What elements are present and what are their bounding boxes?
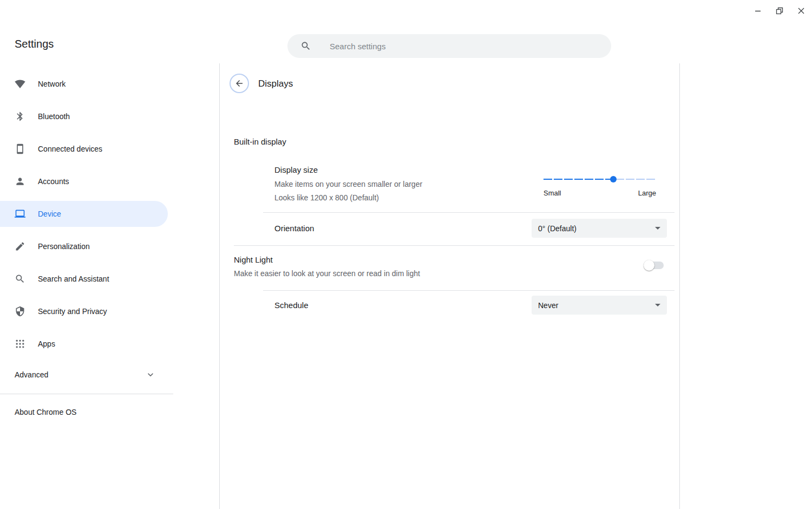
sidebar-item-label: Apps xyxy=(38,340,55,348)
slider-min-label: Small xyxy=(543,189,561,197)
divider xyxy=(263,212,675,213)
search-icon xyxy=(300,41,311,51)
restore-button[interactable] xyxy=(772,3,787,18)
schedule-dropdown[interactable]: Never xyxy=(532,296,667,315)
night-light-label: Night Light xyxy=(234,255,273,265)
sidebar-item-search-assistant[interactable]: Search and Assistant xyxy=(0,266,168,292)
advanced-label: Advanced xyxy=(15,370,48,379)
dropdown-caret-icon xyxy=(655,227,660,230)
toggle-thumb xyxy=(644,260,654,271)
back-arrow-icon xyxy=(234,79,244,88)
chevron-down-icon xyxy=(145,369,156,380)
sidebar-item-device[interactable]: Device xyxy=(0,201,168,227)
sidebar: Network Bluetooth Connected devices Acco… xyxy=(0,71,173,363)
app-title: Settings xyxy=(15,38,54,50)
settings-content: Displays Built-in display Display size M… xyxy=(219,63,680,509)
smartphone-icon xyxy=(15,143,25,154)
search-input[interactable] xyxy=(330,42,590,51)
display-size-slider[interactable] xyxy=(543,175,656,183)
dropdown-caret-icon xyxy=(655,304,660,306)
sidebar-item-security-privacy[interactable]: Security and Privacy xyxy=(0,298,168,324)
sidebar-item-label: Connected devices xyxy=(38,145,102,153)
sidebar-item-label: Accounts xyxy=(38,177,69,186)
display-size-slider-thumb[interactable] xyxy=(610,176,617,182)
pen-icon xyxy=(15,241,25,252)
sidebar-item-label: Personalization xyxy=(38,242,90,251)
sidebar-item-label: Search and Assistant xyxy=(38,275,109,283)
page-title: Displays xyxy=(258,78,293,90)
sidebar-item-personalization[interactable]: Personalization xyxy=(0,233,168,259)
orientation-value: 0° (Default) xyxy=(538,224,577,233)
display-size-slider-fill xyxy=(543,179,613,180)
sidebar-item-label: Network xyxy=(38,80,66,88)
window-controls xyxy=(750,3,809,18)
orientation-label: Orientation xyxy=(274,224,314,233)
sidebar-item-accounts[interactable]: Accounts xyxy=(0,168,168,194)
shield-icon xyxy=(15,306,25,317)
minimize-button[interactable] xyxy=(750,3,765,18)
night-light-description: Make it easier to look at your screen or… xyxy=(234,269,420,278)
restore-icon xyxy=(776,7,783,15)
section-title: Built-in display xyxy=(234,137,286,147)
person-icon xyxy=(15,176,25,187)
apps-grid-icon xyxy=(15,338,25,349)
divider xyxy=(263,290,675,291)
about-label: About Chrome OS xyxy=(15,408,76,416)
display-size-description: Make items on your screen smaller or lar… xyxy=(274,179,422,189)
sidebar-item-label: Bluetooth xyxy=(38,112,70,121)
schedule-value: Never xyxy=(538,301,558,310)
slider-labels: Small Large xyxy=(543,189,656,197)
sidebar-item-about-chrome-os[interactable]: About Chrome OS xyxy=(15,404,76,420)
sidebar-item-label: Security and Privacy xyxy=(38,307,107,316)
display-size-detail: Looks like 1200 x 800 (Default) xyxy=(274,193,379,203)
orientation-dropdown[interactable]: 0° (Default) xyxy=(532,219,667,238)
divider xyxy=(234,245,675,246)
slider-max-label: Large xyxy=(638,189,656,197)
sidebar-advanced-toggle[interactable]: Advanced xyxy=(0,362,168,388)
laptop-icon xyxy=(15,208,25,219)
sidebar-item-apps[interactable]: Apps xyxy=(0,331,168,357)
minimize-icon xyxy=(754,7,762,15)
back-button[interactable] xyxy=(230,74,249,93)
schedule-label: Schedule xyxy=(274,301,309,310)
close-icon xyxy=(797,7,805,15)
bluetooth-icon xyxy=(15,111,25,122)
search-bar[interactable] xyxy=(287,34,611,58)
sidebar-item-label: Device xyxy=(38,210,61,218)
sidebar-item-network[interactable]: Network xyxy=(0,71,168,97)
search-icon xyxy=(15,273,25,284)
sidebar-item-bluetooth[interactable]: Bluetooth xyxy=(0,103,168,129)
wifi-icon xyxy=(15,79,25,89)
sidebar-item-connected-devices[interactable]: Connected devices xyxy=(0,136,168,162)
close-button[interactable] xyxy=(794,3,809,18)
sidebar-divider xyxy=(0,394,173,394)
display-size-label: Display size xyxy=(274,165,318,175)
night-light-toggle[interactable] xyxy=(645,262,664,269)
